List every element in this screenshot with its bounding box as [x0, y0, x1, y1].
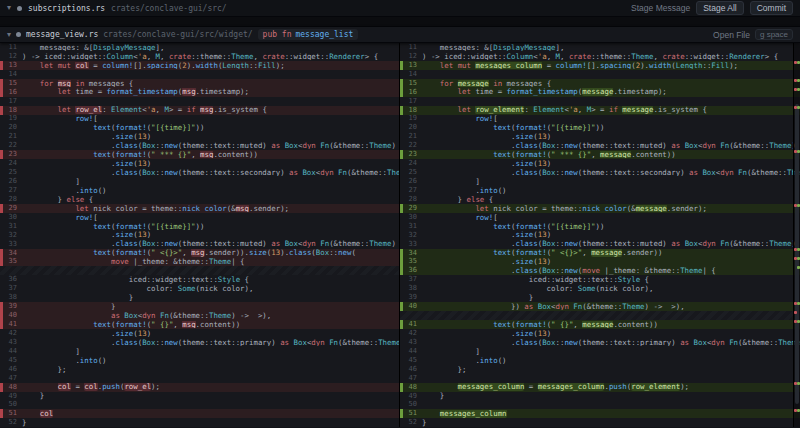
code-line[interactable]: color: Some(nick_color), — [22, 285, 399, 292]
code-line[interactable]: .into() — [22, 357, 399, 364]
diff-row-line-47: 47 — [0, 374, 399, 383]
code-line[interactable]: ] — [422, 178, 800, 185]
code-line[interactable]: .size(13) — [422, 231, 800, 238]
code-line[interactable]: }; — [422, 366, 800, 373]
code-line[interactable]: .size(13) — [422, 330, 800, 337]
code-line[interactable]: } — [422, 419, 800, 426]
code-line[interactable]: .into() — [422, 357, 800, 364]
code-line[interactable]: text(format!(" <{}>", message.sender)) — [422, 249, 800, 256]
breadcrumb[interactable]: pub fn message_list — [258, 29, 359, 40]
file-header[interactable]: ▾ message_view.rs crates/conclave-gui/sr… — [0, 27, 800, 43]
code-line[interactable]: } — [422, 294, 800, 301]
code-line[interactable]: text(format!(" {}", message.content)) — [422, 321, 800, 328]
code-line[interactable]: .into() — [422, 187, 800, 194]
chevron-down-icon[interactable]: ▾ — [7, 4, 11, 12]
code-line[interactable]: col — [22, 410, 399, 417]
code-line[interactable]: .size(13) — [22, 133, 399, 140]
code-line[interactable]: color: Some(nick_color), — [422, 285, 800, 292]
code-line[interactable]: ) -> iced::widget::Column<'a, M, crate::… — [422, 53, 800, 60]
code-line[interactable]: ] — [22, 178, 399, 185]
code-line[interactable]: let row_el: Element<'a, M> = if msg.is_s… — [22, 106, 399, 113]
code-line[interactable]: .class(Box::new(theme::text::primary) as… — [22, 339, 399, 346]
code-line[interactable]: .class(Box::new(move |_theme: &theme::Th… — [422, 267, 800, 274]
diff-row-line-17: 17 — [0, 97, 399, 106]
code-line[interactable]: let row_element: Element<'a, M> = if mes… — [422, 106, 800, 113]
code-line[interactable]: } — [22, 294, 399, 301]
line-number: 49 — [3, 393, 22, 400]
code-line[interactable]: .size(13) — [22, 231, 399, 238]
diff-row-line-37: 37 iced::widget::text::Style { — [400, 275, 800, 284]
code-line[interactable]: messages: &[DisplayMessage], — [22, 44, 399, 51]
code-line[interactable]: text(format!("[{time}]")) — [422, 223, 800, 230]
code-line[interactable]: .size(13) — [422, 133, 800, 140]
code-line[interactable]: .size(13) — [22, 160, 399, 167]
code-line[interactable]: .size(13) — [422, 258, 800, 265]
code-line[interactable]: let nick_color = theme::nick_color(&mess… — [422, 205, 800, 212]
file-icon — [16, 32, 21, 37]
code-line[interactable]: col = col.push(row_el); — [22, 383, 399, 390]
code-line[interactable]: for msg in messages { — [22, 80, 399, 87]
code-line[interactable]: ] — [22, 348, 399, 355]
code-line[interactable]: } else { — [422, 196, 800, 203]
code-line[interactable]: .class(Box::new(theme::text::muted) as B… — [22, 142, 399, 149]
code-line[interactable]: row![ — [422, 214, 800, 221]
code-line[interactable]: text(format!("[{time}]")) — [422, 124, 800, 131]
code-line[interactable]: .class(Box::new(theme::text::muted) as B… — [422, 142, 800, 149]
line-number: 40 — [3, 312, 22, 319]
diff-row-line-22: 22 .class(Box::new(theme::text::muted) a… — [400, 141, 800, 150]
code-line[interactable]: let nick_color = theme::nick_color(&msg.… — [22, 205, 399, 212]
code-line[interactable]: .class(Box::new(theme::text::muted) as B… — [22, 240, 399, 247]
code-line[interactable]: .class(Box::new(theme::text::primary) as… — [422, 339, 800, 346]
code-line[interactable]: .into() — [22, 187, 399, 194]
code-line[interactable]: ] — [422, 348, 800, 355]
stage-message-label[interactable]: Stage Message — [631, 3, 690, 13]
diff-row-line-13: 13 let mut col = column![].spacing(2).wi… — [0, 61, 399, 70]
chevron-down-icon[interactable]: ▾ — [7, 31, 11, 39]
code-line[interactable]: }; — [22, 366, 399, 373]
code-line[interactable]: } — [422, 392, 800, 399]
code-line[interactable]: let mut messages_column = column![].spac… — [422, 62, 800, 69]
code-line[interactable]: for message in messages { — [422, 80, 800, 87]
code-line[interactable]: } — [22, 392, 399, 399]
code-line[interactable]: } — [22, 303, 399, 310]
line-number: 46 — [3, 366, 22, 373]
code-line[interactable]: messages_column — [422, 410, 800, 417]
code-line[interactable]: text(format!("[{time}]")) — [22, 124, 399, 131]
code-line[interactable]: text(format!(" *** {}", msg.content)) — [22, 151, 399, 158]
open-file-button[interactable]: Open File — [713, 30, 750, 40]
stage-all-button[interactable]: Stage All — [696, 1, 744, 15]
code-line[interactable]: .size(13) — [422, 160, 800, 167]
scrollbar[interactable] — [793, 43, 800, 427]
code-line[interactable]: row![ — [422, 115, 800, 122]
code-line[interactable]: } — [22, 419, 399, 426]
code-line[interactable]: row![ — [22, 115, 399, 122]
toolbar-file-name[interactable]: subscriptions.rs — [28, 4, 105, 13]
code-line[interactable]: text(format!(" *** {}", message.content)… — [422, 151, 800, 158]
code-line[interactable]: let time = format_timestamp(msg.timestam… — [22, 88, 399, 95]
file-name[interactable]: message_view.rs — [26, 30, 98, 39]
code-line[interactable]: iced::widget::text::Style { — [422, 276, 800, 283]
diff-pane-old[interactable]: 11 messages: &[DisplayMessage],12) -> ic… — [0, 43, 400, 427]
code-line[interactable]: iced::widget::text::Style { — [22, 276, 399, 283]
code-line[interactable]: row![ — [22, 214, 399, 221]
code-line[interactable]: text(format!("[{time}]")) — [22, 223, 399, 230]
code-line[interactable]: text(format!(" {}", msg.content)) — [22, 321, 399, 328]
code-line[interactable]: text(format!(" <{}>", msg.sender)).size(… — [22, 249, 399, 256]
code-line[interactable]: messages_column = messages_column.push(r… — [422, 383, 800, 390]
code-line[interactable]: as Box<dyn Fn(&theme::Theme) -> _>), — [22, 312, 399, 319]
code-line[interactable]: .size(13) — [22, 330, 399, 337]
diff-row-line-12: 12) -> iced::widget::Column<'a, M, crate… — [400, 52, 800, 61]
code-line[interactable]: ) -> iced::widget::Column<'a, M, crate::… — [22, 53, 399, 60]
code-line[interactable]: }) as Box<dyn Fn(&theme::Theme) -> _>), — [422, 303, 800, 310]
diff-row-line-46: 46 }; — [400, 365, 800, 374]
commit-button[interactable]: Commit — [750, 1, 793, 15]
code-line[interactable]: .class(Box::new(theme::text::muted) as B… — [422, 240, 800, 247]
code-line[interactable]: let time = format_timestamp(message.time… — [422, 88, 800, 95]
code-line[interactable]: } else { — [22, 196, 399, 203]
diff-pane-new[interactable]: 11 messages: &[DisplayMessage],12) -> ic… — [400, 43, 800, 427]
code-line[interactable]: .class(Box::new(theme::text::secondary) … — [422, 169, 800, 176]
code-line[interactable]: move |_theme: &theme::Theme| { — [22, 258, 399, 265]
code-line[interactable]: messages: &[DisplayMessage], — [422, 44, 800, 51]
code-line[interactable]: .class(Box::new(theme::text::secondary) … — [22, 169, 399, 176]
code-line[interactable]: let mut col = column![].spacing(2).width… — [22, 62, 399, 69]
